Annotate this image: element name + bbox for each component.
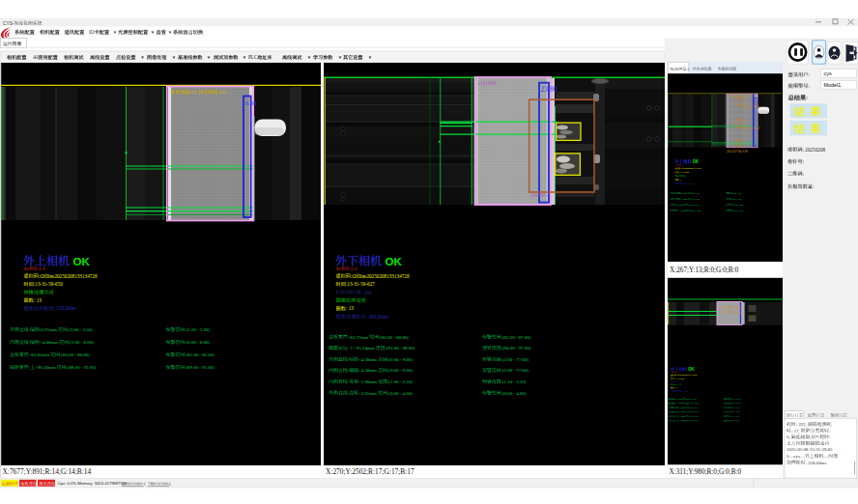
- svg-text:IO: IO: [89, 29, 95, 35]
- svg-text::100: :100: [217, 90, 226, 95]
- svg-text:28.4-DY No.1: 28.4-DY No.1: [742, 105, 759, 109]
- svg-text:Cpu: 0.0% Memory: 3424.4179687: Cpu: 0.0% Memory: 3424.41796875M: [58, 481, 127, 486]
- svg-text:0—cys—: 0—cys—: [786, 454, 805, 459]
- svg-text:: 258.00ms: : 258.00ms: [806, 461, 827, 465]
- svg-text:X:311;Y:980;R:0;G:0;B:0: X:311;Y:980;R:0;G:0;B:0: [670, 468, 742, 476]
- svg-text:28.4-DY No.2: 28.4-DY No.2: [742, 126, 759, 130]
- svg-text:2025:02:08-13:31:59:65: 2025:02:08-13:31:59:65: [786, 447, 833, 452]
- svg-text:AI: AI: [477, 81, 483, 86]
- svg-text:cys: cys: [824, 70, 832, 76]
- svg-text:: 20250208: : 20250208: [803, 147, 826, 153]
- svg-text:NG 28.4: NG 28.4: [730, 306, 741, 310]
- svg-text:PLC: PLC: [248, 54, 258, 60]
- svg-text:AI: AI: [33, 54, 39, 60]
- svg-text:X:7677;Y:891;R:14;G:14;B:14: X:7677;Y:891;R:14;G:14;B:14: [3, 467, 92, 476]
- svg-text::: :: [829, 434, 830, 439]
- svg-text:23.80: 23.80: [541, 85, 558, 94]
- svg-text:—: —: [822, 454, 828, 459]
- svg-text:NG: NG: [670, 68, 675, 71]
- svg-text:CYS-: CYS-: [3, 21, 14, 26]
- svg-text::: :: [829, 429, 830, 434]
- svg-text:NG 28.4: NG 28.4: [730, 311, 741, 315]
- svg-text:93.48: 93.48: [243, 99, 256, 106]
- svg-text:AI: AI: [530, 193, 535, 198]
- svg-text:X:267;Y:13;R:0;G:0;B:0: X:267;Y:13;R:0;G:0;B:0: [670, 266, 739, 274]
- svg-text::: :: [806, 94, 808, 100]
- svg-text:Model1: Model1: [824, 82, 842, 88]
- svg-text:28.4-DY No.3 W: 28.4-DY No.3 W: [727, 150, 748, 154]
- svg-text:2: 2: [546, 193, 548, 198]
- svg-text:X:270;Y:2502;R:17;G:17;B:17: X:270;Y:2502;R:17;G:17;B:17: [326, 467, 415, 476]
